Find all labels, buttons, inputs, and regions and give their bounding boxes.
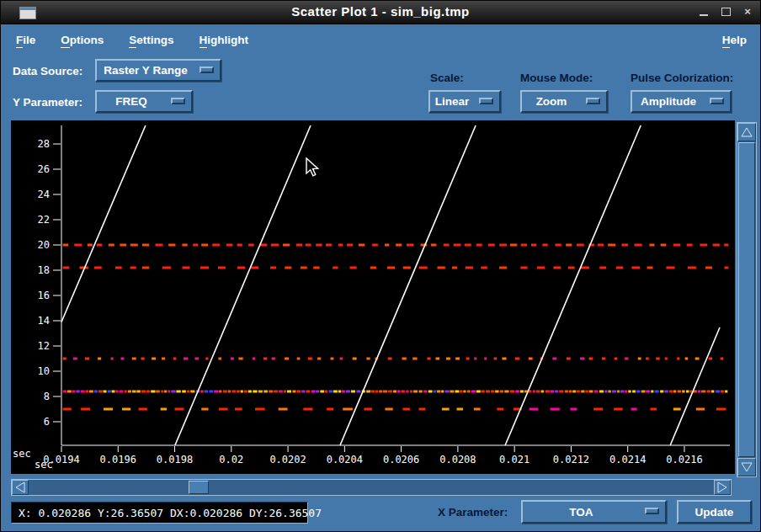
- svg-text:22: 22: [38, 214, 50, 226]
- svg-text:24: 24: [38, 189, 50, 200]
- update-button[interactable]: Update: [677, 500, 752, 524]
- svg-text:16: 16: [38, 290, 50, 301]
- svg-text:0.0214: 0.0214: [609, 454, 646, 466]
- window-title: Scatter Plot 1 - sim_big.tmp: [1, 4, 760, 19]
- mouse-mode-value: Zoom: [536, 95, 567, 108]
- svg-text:0.0198: 0.0198: [157, 454, 193, 466]
- menu-settings[interactable]: Settings: [129, 34, 173, 46]
- minimize-button[interactable]: [698, 6, 710, 18]
- scale-dropdown[interactable]: Linear: [428, 90, 501, 113]
- scale-label: Scale:: [430, 72, 464, 84]
- x-parameter-label: X Parameter:: [438, 506, 508, 519]
- coordinate-status-readout: X: 0.020286 Y:26.36507 DX:0.020286 DY:26…: [11, 502, 308, 524]
- svg-text:10: 10: [38, 365, 50, 377]
- svg-text:6: 6: [44, 416, 50, 428]
- pulse-colorization-value: Amplitude: [641, 95, 696, 108]
- menu-bar: FileOptionsSettingsHighlightHelp: [3, 26, 758, 53]
- data-source-dropdown[interactable]: Raster Y Range: [95, 59, 221, 82]
- svg-text:26: 26: [38, 163, 50, 175]
- menu-file[interactable]: File: [16, 34, 35, 46]
- y-parameter-dropdown[interactable]: FREQ: [95, 90, 193, 113]
- menu-highlight[interactable]: Highlight: [200, 34, 248, 46]
- maximize-button[interactable]: [720, 6, 732, 18]
- svg-text:0.0206: 0.0206: [383, 454, 419, 466]
- scatter-plot-canvas[interactable]: 68101214161820222426280.01940.01960.0198…: [11, 120, 735, 474]
- menu-help[interactable]: Help: [722, 34, 747, 46]
- svg-text:0.0208: 0.0208: [439, 454, 476, 466]
- data-source-value: Raster Y Range: [104, 64, 187, 77]
- svg-text:0.0216: 0.0216: [666, 454, 702, 466]
- scroll-left-arrow-icon[interactable]: [12, 480, 29, 495]
- data-source-label: Data Source:: [13, 65, 82, 77]
- svg-text:28: 28: [38, 138, 50, 150]
- svg-text:8: 8: [44, 391, 50, 402]
- close-button[interactable]: ×: [742, 6, 753, 18]
- mouse-mode-label: Mouse Mode:: [520, 72, 593, 84]
- svg-text:0.0202: 0.0202: [269, 454, 306, 466]
- menu-options[interactable]: Options: [61, 34, 104, 46]
- svg-text:0.0204: 0.0204: [327, 454, 363, 466]
- x-parameter-value: TOA: [569, 506, 593, 519]
- svg-text:0.0212: 0.0212: [553, 454, 589, 466]
- svg-text:12: 12: [38, 340, 50, 352]
- pulse-colorization-label: Pulse Colorization:: [631, 72, 733, 84]
- svg-text:20: 20: [38, 239, 50, 251]
- y-parameter-value: FREQ: [115, 95, 147, 108]
- mouse-mode-dropdown[interactable]: Zoom: [520, 90, 608, 113]
- vertical-scrollbar[interactable]: [737, 122, 757, 477]
- y-parameter-label: Y Parameter:: [13, 96, 82, 109]
- svg-text:14: 14: [38, 315, 50, 327]
- svg-text:0.0196: 0.0196: [100, 454, 136, 466]
- scatter-plot-svg: 68101214161820222426280.01940.01960.0198…: [11, 120, 735, 474]
- scale-value: Linear: [435, 95, 470, 108]
- svg-text:sec: sec: [35, 459, 53, 471]
- title-bar[interactable]: Scatter Plot 1 - sim_big.tmp ×: [1, 1, 760, 24]
- horizontal-scrollbar-thumb[interactable]: [189, 481, 209, 494]
- svg-text:sec: sec: [13, 448, 31, 460]
- x-parameter-dropdown[interactable]: TOA: [521, 500, 667, 524]
- horizontal-scrollbar[interactable]: [11, 479, 732, 496]
- svg-text:0.021: 0.021: [499, 454, 530, 466]
- scroll-right-arrow-icon[interactable]: [714, 480, 731, 495]
- app-window: { "window": { "title": "Scatter Plot 1 -…: [0, 0, 761, 532]
- pulse-colorization-dropdown[interactable]: Amplitude: [631, 90, 732, 113]
- svg-text:18: 18: [38, 264, 50, 276]
- scroll-up-arrow-icon[interactable]: [737, 123, 756, 141]
- svg-text:0.02: 0.02: [219, 454, 243, 466]
- scroll-down-arrow-icon[interactable]: [737, 458, 756, 476]
- vertical-scrollbar-thumb[interactable]: [738, 142, 755, 457]
